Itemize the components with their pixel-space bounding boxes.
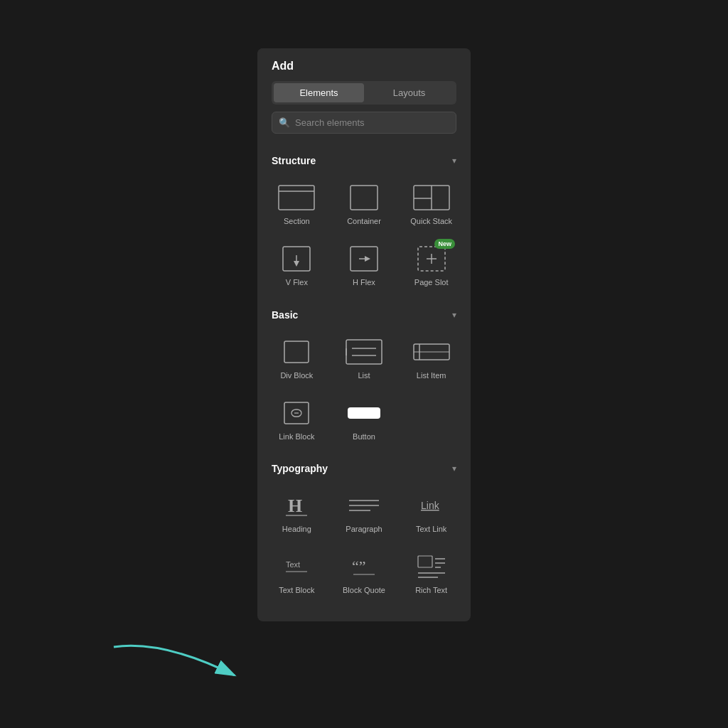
section-icon xyxy=(277,183,316,212)
new-badge: New xyxy=(434,239,455,249)
element-rich-text[interactable]: Rich Text xyxy=(400,545,462,601)
element-button[interactable]: Button xyxy=(333,392,395,447)
svg-text:Link: Link xyxy=(421,500,440,511)
element-div-block[interactable]: Div Block xyxy=(266,331,328,386)
basic-grid: Div Block List xyxy=(257,328,471,454)
element-h-flex-label: H Flex xyxy=(353,277,375,287)
search-icon: 🔍 xyxy=(279,117,290,128)
structure-grid: Section Container xyxy=(257,173,471,299)
element-button-label: Button xyxy=(353,432,375,441)
block-quote-icon: “” xyxy=(345,552,383,581)
chevron-icon: ▾ xyxy=(452,156,456,166)
element-v-flex[interactable]: V Flex xyxy=(266,237,328,293)
search-bar: 🔍 xyxy=(272,112,456,134)
chevron-basic-icon: ▾ xyxy=(452,310,456,320)
element-text-block[interactable]: Text Text Block xyxy=(266,545,328,601)
tabs-container: Elements Layouts xyxy=(272,81,456,105)
search-input[interactable] xyxy=(272,112,456,134)
element-text-block-label: Text Block xyxy=(279,585,314,595)
element-text-link-label: Text Link xyxy=(416,524,446,534)
element-block-quote-label: Block Quote xyxy=(343,585,385,595)
element-heading[interactable]: H Heading xyxy=(266,484,328,540)
div-block-icon xyxy=(277,338,316,366)
svg-rect-0 xyxy=(279,186,314,210)
element-h-flex[interactable]: H Flex xyxy=(333,237,395,293)
element-v-flex-label: V Flex xyxy=(286,277,308,287)
section-structure-header[interactable]: Structure ▾ xyxy=(257,145,471,173)
element-rich-text-label: Rich Text xyxy=(415,585,447,595)
element-block-quote[interactable]: “” Block Quote xyxy=(333,545,395,601)
svg-text:“”: “” xyxy=(352,557,366,575)
element-container[interactable]: Container xyxy=(333,176,395,232)
element-list-item[interactable]: List Item xyxy=(400,331,462,386)
element-link-block[interactable]: Link Block xyxy=(266,392,328,447)
section-basic-title: Basic xyxy=(272,309,298,321)
element-quick-stack[interactable]: Quick Stack xyxy=(400,176,462,232)
panel-body: Structure ▾ Section xyxy=(257,145,471,621)
quick-stack-icon xyxy=(412,183,451,212)
typography-grid: H Heading Paragraph xyxy=(257,481,471,607)
element-page-slot[interactable]: New Page Slot xyxy=(400,237,462,293)
panel-header: Add Elements Layouts 🔍 xyxy=(257,48,471,145)
section-typography-title: Typography xyxy=(272,463,328,474)
element-div-block-label: Div Block xyxy=(280,370,313,380)
element-section-label: Section xyxy=(284,216,310,226)
list-icon xyxy=(345,338,383,366)
paragraph-icon xyxy=(345,491,383,520)
svg-marker-11 xyxy=(365,256,370,262)
text-link-icon: Link xyxy=(412,491,451,520)
element-paragraph-label: Paragraph xyxy=(346,524,382,534)
text-block-icon: Text xyxy=(277,552,316,581)
page-slot-icon xyxy=(412,245,451,273)
svg-text:H: H xyxy=(288,496,302,516)
element-quick-stack-label: Quick Stack xyxy=(410,216,452,226)
tab-elements[interactable]: Elements xyxy=(274,83,364,102)
list-item-icon xyxy=(412,338,451,366)
section-basic-header[interactable]: Basic ▾ xyxy=(257,299,471,328)
h-flex-icon xyxy=(345,245,383,273)
svg-rect-16 xyxy=(346,340,382,364)
element-page-slot-label: Page Slot xyxy=(414,277,449,287)
svg-rect-25 xyxy=(348,407,380,419)
svg-text:Text: Text xyxy=(286,560,300,569)
button-icon xyxy=(345,399,383,427)
rich-text-icon xyxy=(412,552,451,581)
element-section[interactable]: Section xyxy=(266,176,328,232)
element-list-item-label: List Item xyxy=(417,370,446,380)
svg-marker-8 xyxy=(294,261,299,267)
element-container-label: Container xyxy=(347,216,381,226)
container-icon xyxy=(345,183,383,212)
add-panel: Add Elements Layouts 🔍 Structure ▾ xyxy=(257,48,471,621)
element-heading-label: Heading xyxy=(282,524,311,534)
arrow-container xyxy=(107,633,270,707)
element-text-link[interactable]: Link Text Link xyxy=(400,484,462,540)
element-paragraph[interactable]: Paragraph xyxy=(333,484,395,540)
svg-rect-36 xyxy=(418,556,432,567)
v-flex-icon xyxy=(277,245,316,273)
chevron-typography-icon: ▾ xyxy=(452,464,456,473)
element-list-label: List xyxy=(358,370,370,380)
arrow-svg xyxy=(107,633,270,704)
heading-icon: H xyxy=(277,491,316,520)
panel-title: Add xyxy=(272,60,456,73)
link-block-icon xyxy=(277,399,316,427)
tab-layouts[interactable]: Layouts xyxy=(364,83,454,102)
element-link-block-label: Link Block xyxy=(279,432,314,441)
element-list[interactable]: List xyxy=(333,331,395,386)
section-structure-title: Structure xyxy=(272,155,316,166)
svg-rect-2 xyxy=(350,186,378,210)
section-typography-header[interactable]: Typography ▾ xyxy=(257,453,471,481)
svg-rect-15 xyxy=(284,341,309,363)
